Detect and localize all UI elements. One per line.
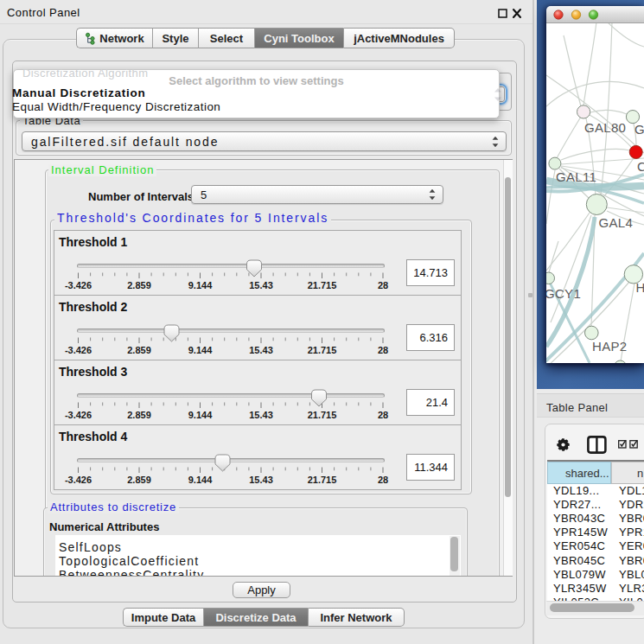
svg-text:HI: HI xyxy=(636,280,644,295)
svg-text:GAL4: GAL4 xyxy=(599,215,634,230)
svg-text:GAL80: GAL80 xyxy=(584,120,626,135)
svg-text:GCY1: GCY1 xyxy=(546,286,581,301)
svg-text:GA: GA xyxy=(634,122,644,137)
svg-text:GAL11: GAL11 xyxy=(556,169,596,184)
svg-text:CY: CY xyxy=(637,159,644,174)
svg-text:HAP2: HAP2 xyxy=(592,339,627,354)
